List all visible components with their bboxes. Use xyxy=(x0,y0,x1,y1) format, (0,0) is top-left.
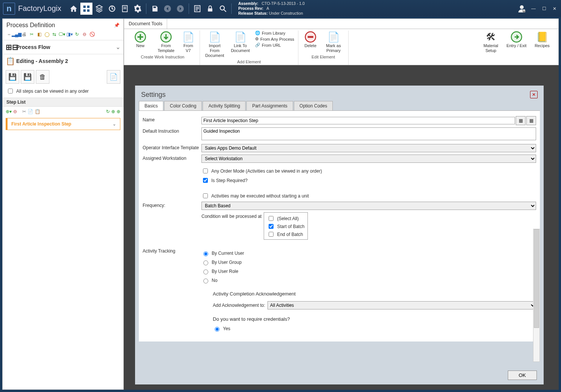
save-tool-button[interactable]: 💾 xyxy=(6,70,19,84)
ribbon-new-button[interactable]: New xyxy=(129,31,151,53)
ribbon-link-doc-button[interactable]: 📄 Link To Document xyxy=(229,31,251,58)
expand-icon[interactable]: ⌄ xyxy=(116,44,120,50)
track-current-radio[interactable] xyxy=(203,251,208,256)
trash-tool-button[interactable]: 🗑 xyxy=(36,70,49,84)
disable-icon[interactable]: 🚫 xyxy=(89,31,95,38)
process-flow-header[interactable]: ⊞⊟ Process Flow ⌄ xyxy=(3,40,123,54)
paste-step-icon[interactable]: 📋 xyxy=(35,109,40,114)
tab-document-tools[interactable]: Document Tools xyxy=(124,19,167,29)
list-doc-icon[interactable] xyxy=(191,3,203,15)
activities-no-start-checkbox[interactable] xyxy=(203,193,208,198)
all-steps-checkbox[interactable] xyxy=(8,89,13,93)
delete-small-icon[interactable]: ⊖ xyxy=(81,31,88,38)
ribbon-recipes-button[interactable]: 📒 Recipes xyxy=(531,31,553,53)
tab-part-assignments[interactable]: Part Assignments xyxy=(246,101,293,110)
home-icon[interactable] xyxy=(68,3,80,15)
ribbon-delete-button[interactable]: Delete xyxy=(302,31,319,53)
scrollbar-thumb[interactable] xyxy=(534,229,539,328)
workstation-select[interactable]: Select Workstation xyxy=(201,155,536,163)
refresh-steps-icon[interactable]: ↻ xyxy=(106,109,110,114)
right-shell: Document Tools New From Template xyxy=(124,18,559,390)
name-label: Name xyxy=(143,116,199,122)
name-icon-button-1[interactable]: ▦ xyxy=(516,116,526,125)
track-no-radio[interactable] xyxy=(203,279,208,283)
ribbon-group-label-add: Add Element xyxy=(204,58,294,64)
ribbon-from-url-button[interactable]: 🔗 From URL xyxy=(255,43,281,47)
save-blue-tool-button[interactable]: 💾 xyxy=(21,70,34,84)
save-icon[interactable] xyxy=(149,3,161,15)
step-item-first-article[interactable]: First Article Inspection Step ⌄ xyxy=(6,118,120,130)
ribbon-material-setup-button[interactable]: 🛠 Material Setup xyxy=(480,31,502,53)
link-icon: 🔗 xyxy=(255,43,260,47)
lock-icon[interactable] xyxy=(204,3,216,15)
process-tree-icon[interactable]: ▂▄▆ xyxy=(13,31,20,38)
grid-icon[interactable] xyxy=(80,3,92,15)
cond-select-all-checkbox[interactable] xyxy=(269,216,274,221)
tab-basics[interactable]: Basics xyxy=(139,101,163,110)
tab-activity-splitting[interactable]: Activity Splitting xyxy=(203,101,246,110)
move-down-icon[interactable]: ⊕ xyxy=(117,109,120,114)
cond-start-of-batch-checkbox[interactable] xyxy=(269,224,274,229)
pin-icon[interactable]: 📌 xyxy=(114,23,120,28)
cut-step-icon[interactable]: ✂ xyxy=(22,109,26,114)
top-toolbar xyxy=(68,3,233,15)
copy-step-icon[interactable]: 📄 xyxy=(28,109,33,114)
close-settings-button[interactable]: ✕ xyxy=(530,91,538,98)
tab-option-codes[interactable]: Option Codes xyxy=(294,101,333,110)
default-instruction-input[interactable]: Guided Inspection xyxy=(201,127,536,140)
track-current-label: By Current User xyxy=(212,251,244,256)
settings-tabs: Basics Color Coding Activity Splitting P… xyxy=(139,101,540,111)
properties-tool-button[interactable]: 📄 xyxy=(107,70,120,84)
step-item-label: First Article Inspection Step xyxy=(11,121,71,127)
refresh-icon[interactable] xyxy=(106,3,118,15)
ribbon-import-doc-button[interactable]: 📄 Import From Document xyxy=(204,31,226,58)
close-window-button[interactable]: ✕ xyxy=(551,6,558,11)
minimize-button[interactable]: — xyxy=(530,6,537,11)
converter-icon[interactable]: ⇆ xyxy=(51,31,58,38)
ribbon-from-library-button[interactable]: 🌐 From Library xyxy=(255,31,285,35)
all-steps-label: All steps can be viewed in any order xyxy=(16,89,89,94)
all-steps-check-row: All steps can be viewed in any order xyxy=(3,86,123,98)
document-import-icon: 📄 xyxy=(208,31,221,43)
ok-button[interactable]: OK xyxy=(508,371,537,380)
ribbon-from-v7-button[interactable]: 📄 From V7 xyxy=(181,31,196,53)
flag2-icon[interactable]: ◨▾ xyxy=(66,31,73,38)
oit-select[interactable]: Sales Apps Demo Default xyxy=(201,144,536,152)
search-icon[interactable] xyxy=(217,3,229,15)
document-icon[interactable] xyxy=(119,3,131,15)
credentials-question: Do you want to require credentials? xyxy=(213,316,536,322)
release-status-value: Under Construction xyxy=(269,11,303,15)
print-icon[interactable]: 🖨 xyxy=(21,31,28,38)
refresh-small-icon[interactable]: ↻ xyxy=(74,31,80,38)
cond-end-of-batch-checkbox[interactable] xyxy=(269,232,274,237)
move-up-icon[interactable]: ⊕ xyxy=(111,109,115,114)
any-order-checkbox[interactable] xyxy=(203,168,208,173)
frequency-select[interactable]: Batch Based xyxy=(201,202,536,210)
scissors-icon[interactable]: ✂ xyxy=(28,31,35,38)
track-group-radio[interactable] xyxy=(203,260,208,265)
track-role-radio[interactable] xyxy=(203,270,208,274)
ribbon-mark-primary-button[interactable]: 📄 Mark as Primary xyxy=(323,31,344,53)
name-input[interactable] xyxy=(201,117,515,124)
process-flow-icon: ⊞⊟ xyxy=(6,43,16,52)
ribbon-from-any-process-button[interactable]: ⚙ From Any Process xyxy=(255,37,294,41)
step-required-label: Is Step Required? xyxy=(211,178,247,183)
form-scrollbar[interactable] xyxy=(533,229,540,362)
step-required-checkbox[interactable] xyxy=(203,178,208,183)
monitor-icon[interactable]: 🖵▾ xyxy=(58,31,65,38)
name-icon-button-2[interactable]: ▦ xyxy=(526,116,536,125)
ribbon-from-template-button[interactable]: From Template xyxy=(155,31,177,53)
remove-step-icon[interactable]: ⊖ xyxy=(13,109,17,114)
activity-tracking-label: Activity Tracking xyxy=(143,247,199,254)
tab-color-coding[interactable]: Color Coding xyxy=(164,101,202,110)
add-step-icon[interactable]: ⊕▾ xyxy=(6,109,12,114)
flask-icon[interactable]: ◯ xyxy=(43,31,50,38)
user-icon[interactable] xyxy=(517,4,526,13)
flag-icon[interactable]: ◧ xyxy=(36,31,43,38)
settings-gear-icon[interactable] xyxy=(132,3,144,15)
maximize-button[interactable]: ☐ xyxy=(541,6,547,11)
layers-icon[interactable] xyxy=(93,3,105,15)
ribbon-entry-exit-button[interactable]: Entry / Exit xyxy=(506,31,527,53)
ack-select[interactable]: All Activities xyxy=(267,301,536,309)
credentials-yes-radio[interactable] xyxy=(215,327,220,332)
